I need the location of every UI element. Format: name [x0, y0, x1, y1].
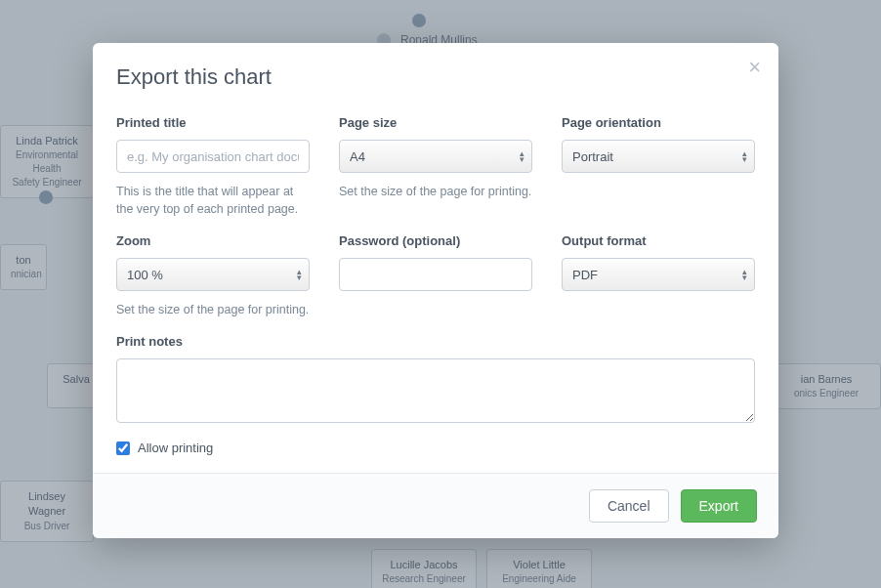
- print-notes-textarea[interactable]: [116, 358, 755, 423]
- output-format-label: Output format: [562, 233, 755, 248]
- page-size-hint: Set the size of the page for printing.: [339, 183, 532, 200]
- page-orientation-select[interactable]: Portrait: [562, 140, 755, 173]
- print-notes-label: Print notes: [116, 334, 755, 349]
- zoom-select[interactable]: 100 %: [116, 258, 310, 291]
- page-orientation-label: Page orientation: [562, 115, 755, 130]
- output-format-select[interactable]: PDF: [562, 258, 755, 291]
- page-size-label: Page size: [339, 115, 532, 130]
- zoom-hint: Set the size of the page for printing.: [116, 301, 310, 318]
- printed-title-input[interactable]: [116, 140, 310, 173]
- close-icon[interactable]: ×: [748, 57, 761, 78]
- password-input[interactable]: [339, 258, 532, 291]
- export-modal: × Export this chart Printed title This i…: [93, 43, 778, 538]
- printed-title-hint: This is the title that will appear at th…: [116, 183, 310, 218]
- modal-title: Export this chart: [116, 64, 755, 90]
- allow-printing-label: Allow printing: [138, 441, 213, 455]
- page-size-select[interactable]: A4: [339, 140, 532, 173]
- printed-title-label: Printed title: [116, 115, 310, 130]
- zoom-label: Zoom: [116, 233, 310, 248]
- modal-footer: Cancel Export: [93, 473, 778, 538]
- password-label: Password (optional): [339, 233, 532, 248]
- export-button[interactable]: Export: [681, 489, 757, 523]
- allow-printing-checkbox[interactable]: [116, 441, 130, 455]
- cancel-button[interactable]: Cancel: [589, 489, 669, 523]
